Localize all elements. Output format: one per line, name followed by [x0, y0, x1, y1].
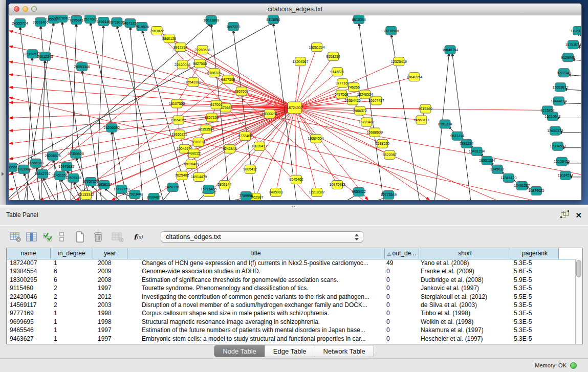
graph-node[interactable]: 12325419: [391, 57, 407, 66]
graph-node[interactable]: 7986372: [353, 106, 367, 115]
graph-node[interactable]: 9772409: [238, 132, 252, 140]
graph-node[interactable]: 13842757: [35, 169, 51, 178]
table-row[interactable]: 2242004622012Investigating the contribut…: [7, 293, 575, 301]
graph-node[interactable]: 19218506: [383, 27, 399, 35]
graph-node[interactable]: 12093872: [552, 83, 568, 92]
graph-node[interactable]: 8113054: [267, 15, 280, 24]
graph-node[interactable]: 8867130: [205, 113, 219, 122]
graph-node[interactable]: 12444194: [551, 97, 567, 105]
graph-node[interactable]: 10975887: [59, 162, 75, 171]
graph-node[interactable]: 9450422: [352, 187, 366, 196]
float-window-icon[interactable]: [560, 210, 569, 220]
graph-node[interactable]: 10975483: [330, 180, 345, 189]
new-table-icon[interactable]: [73, 230, 87, 244]
graph-node[interactable]: 9531234: [450, 132, 464, 140]
graph-node[interactable]: 9129946: [561, 53, 575, 62]
graph-node[interactable]: 8860128: [162, 34, 176, 43]
graph-node[interactable]: 10491287: [514, 181, 530, 190]
graph-node[interactable]: 16951234: [479, 156, 495, 165]
left-panel-edge[interactable]: [0, 0, 6, 205]
tab-node-table[interactable]: Node Table: [214, 345, 265, 357]
graph-node[interactable]: 16874025: [528, 186, 544, 195]
graph-node[interactable]: 1527602: [83, 15, 97, 24]
graph-node[interactable]: 11123058: [571, 27, 581, 35]
graph-node[interactable]: 18107553: [169, 99, 185, 108]
graph-node[interactable]: 9558234: [326, 52, 340, 61]
graph-node[interactable]: 7895641: [70, 16, 83, 25]
graph-node[interactable]: 20206576: [45, 151, 61, 160]
graph-node[interactable]: 7891234: [460, 139, 473, 148]
table-row[interactable]: 1456911722003Disruption of a novel membe…: [7, 301, 575, 309]
table-row[interactable]: 1830029562008Estimation of significance …: [7, 276, 575, 284]
graph-node[interactable]: 24355724: [12, 19, 28, 28]
table-row[interactable]: 977716911998Corpus callosum shape and si…: [7, 309, 575, 317]
graph-node[interactable]: 20364436: [345, 96, 361, 105]
graph-node[interactable]: 20053346: [74, 62, 90, 71]
graph-node[interactable]: 13204567: [292, 57, 308, 66]
graph-node[interactable]: 9115460: [419, 104, 432, 113]
expand-panel-icon[interactable]: [2, 172, 4, 176]
graph-node[interactable]: 8522057: [383, 150, 397, 159]
memory-indicator-icon[interactable]: [570, 362, 577, 369]
table-row[interactable]: 1872400712008Changes of HCN gene express…: [7, 259, 575, 267]
graph-node[interactable]: 16648784: [442, 46, 458, 54]
scrollbar-thumb[interactable]: [576, 260, 581, 277]
graph-node[interactable]: 7515526: [135, 23, 149, 31]
network-window[interactable]: citations_edges.txt 18724007796382288601…: [8, 3, 582, 201]
function-builder-icon[interactable]: f(x): [131, 230, 145, 244]
graph-node[interactable]: 746266: [348, 83, 360, 92]
graph-node[interactable]: 6497568: [335, 90, 349, 99]
graph-node[interactable]: 10607487: [368, 96, 384, 105]
graph-node[interactable]: 4498222: [187, 149, 201, 158]
graph-node[interactable]: 9827505: [193, 59, 207, 68]
graph-node[interactable]: 19166822: [171, 130, 187, 139]
column-header-year[interactable]: year: [93, 248, 127, 259]
unselect-all-icon[interactable]: [57, 230, 67, 244]
select-column-icon[interactable]: [25, 230, 39, 244]
graph-node[interactable]: 11568989: [28, 159, 44, 167]
graph-node[interactable]: 10688609: [367, 128, 383, 137]
graph-node[interactable]: 2588520: [376, 139, 389, 148]
column-header-name[interactable]: name: [7, 248, 51, 259]
graph-node[interactable]: 18724007: [287, 102, 302, 114]
graph-node[interactable]: 15751074: [565, 40, 581, 49]
graph-node[interactable]: 817006: [210, 100, 222, 109]
table-row[interactable]: 946362711997Embryonic stem cells: a mode…: [7, 335, 575, 343]
graph-node[interactable]: 10491234: [469, 147, 485, 156]
tab-edge-table[interactable]: Edge Table: [265, 345, 315, 357]
select-all-icon[interactable]: [41, 230, 55, 244]
table-row[interactable]: 911546021997Tourette syndrome. Phenomeno…: [7, 284, 575, 292]
graph-node[interactable]: 9805412: [243, 165, 257, 173]
graph-node[interactable]: 18246534: [357, 90, 373, 99]
table-row[interactable]: 969969511998Structural magnetic resonanc…: [7, 318, 575, 326]
column-header-short[interactable]: short: [419, 248, 511, 259]
column-header-in_degree[interactable]: in_degree: [51, 248, 93, 259]
graph-node[interactable]: 8186328: [207, 69, 221, 77]
graph-node[interactable]: 17359928: [68, 149, 84, 158]
graph-node[interactable]: 9245012: [490, 165, 504, 173]
graph-node[interactable]: 8813054: [352, 15, 366, 24]
table-settings-icon[interactable]: [8, 230, 23, 244]
graph-node[interactable]: 3913988: [16, 165, 30, 173]
network-canvas[interactable]: 1872400779638228860128891293422260538982…: [9, 15, 581, 200]
table-row[interactable]: 946554611997Estimation of the future num…: [7, 326, 575, 334]
split-divider[interactable]: [0, 205, 588, 208]
graph-node[interactable]: 9545462: [289, 175, 303, 184]
graph-node[interactable]: 8791234: [438, 120, 452, 128]
graph-node[interactable]: 13640954: [406, 73, 422, 81]
delete-column-icon[interactable]: [91, 230, 105, 244]
table-selector-dropdown[interactable]: citations_edges.txt: [161, 231, 363, 243]
graph-node[interactable]: 16914479: [191, 172, 207, 181]
graph-node[interactable]: 2867608: [234, 87, 248, 96]
graph-node[interactable]: 7769998: [239, 191, 253, 200]
graph-node[interactable]: 8912934: [173, 43, 187, 52]
graph-node[interactable]: 7625402: [175, 171, 189, 180]
graph-node[interactable]: 12650378: [547, 126, 563, 135]
graph-node[interactable]: 9827508: [221, 75, 235, 84]
graph-node[interactable]: 9242848: [223, 144, 236, 153]
graph-node[interactable]: 22420046: [175, 60, 190, 69]
graph-node[interactable]: 9227343: [557, 69, 571, 77]
column-header-out_de[interactable]: △out_de...: [385, 248, 419, 259]
graph-node[interactable]: 12219387: [309, 188, 325, 196]
graph-node[interactable]: 9457791: [166, 183, 180, 191]
